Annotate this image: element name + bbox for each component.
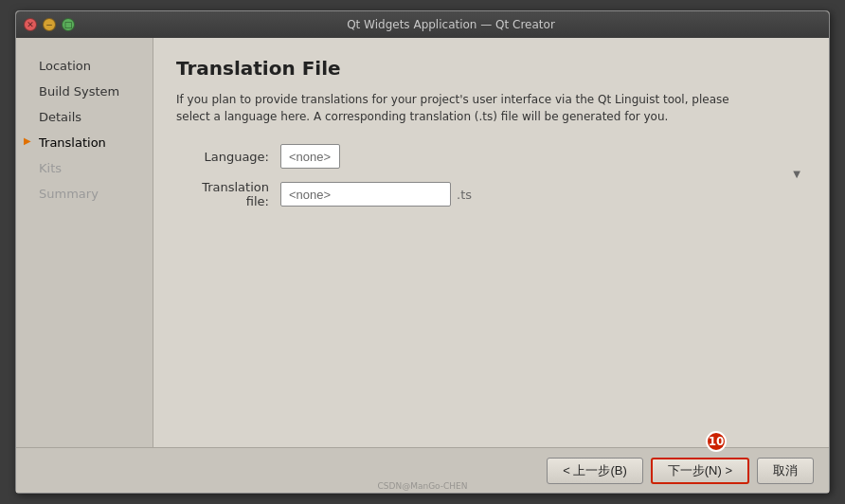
translation-file-input[interactable] <box>280 182 451 207</box>
content-area: Translation File If you plan to provide … <box>153 38 829 447</box>
language-select[interactable]: <none> <box>280 144 340 169</box>
page-title: Translation File <box>176 57 806 80</box>
language-select-wrapper: <none> ▼ <box>280 144 806 169</box>
description-text: If you plan to provide translations for … <box>176 91 764 125</box>
dropdown-arrow-icon: ▼ <box>793 169 800 179</box>
translation-file-row: Translation file: .ts <box>176 180 806 208</box>
sidebar-item-summary: Summary <box>16 181 153 207</box>
step-badge: 10 <box>706 431 727 452</box>
sidebar-item-kits: Kits <box>16 155 153 181</box>
footer: 10 < 上一步(B) 下一步(N) > 取消 CSDN@ManGo-CHEN <box>16 447 829 493</box>
watermark: CSDN@ManGo-CHEN <box>377 481 467 491</box>
next-button[interactable]: 下一步(N) > <box>651 458 749 484</box>
language-control: <none> ▼ <box>280 144 806 169</box>
main-window: ✕ − □ Qt Widgets Application — Qt Creato… <box>15 10 830 494</box>
translation-file-control: .ts <box>280 182 806 207</box>
maximize-button[interactable]: □ <box>62 18 75 31</box>
title-bar: ✕ − □ Qt Widgets Application — Qt Creato… <box>16 11 829 38</box>
translation-file-label: Translation file: <box>176 180 280 208</box>
sidebar-item-build-system[interactable]: Build System <box>16 79 153 104</box>
ts-extension-label: .ts <box>457 188 472 202</box>
sidebar: Location Build System Details Translatio… <box>16 38 153 447</box>
sidebar-item-details[interactable]: Details <box>16 104 153 130</box>
language-row: Language: <none> ▼ <box>176 144 806 169</box>
cancel-button[interactable]: 取消 <box>757 458 814 484</box>
language-label: Language: <box>176 150 280 164</box>
window-title: Qt Widgets Application — Qt Creator <box>81 18 821 31</box>
sidebar-item-location[interactable]: Location <box>16 53 153 79</box>
window-body: Location Build System Details Translatio… <box>16 38 829 447</box>
close-button[interactable]: ✕ <box>24 18 37 31</box>
sidebar-item-translation[interactable]: Translation <box>16 130 153 155</box>
minimize-button[interactable]: − <box>43 18 56 31</box>
back-button[interactable]: < 上一步(B) <box>547 458 643 484</box>
